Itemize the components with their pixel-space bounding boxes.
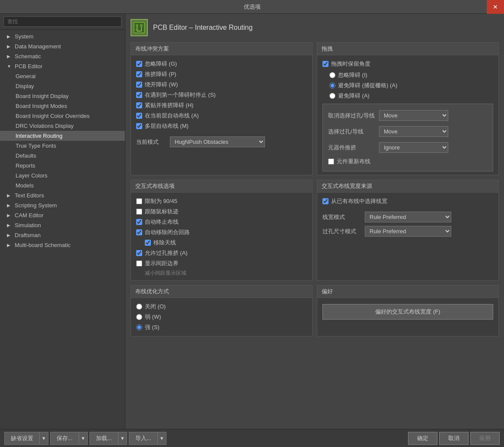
auto-route-multi-label[interactable]: 多层自动布线 (M) <box>145 122 188 130</box>
component-push-select[interactable]: Move Ignore Push <box>379 142 448 153</box>
load-dropdown[interactable]: ▾ <box>118 432 127 445</box>
sidebar-item-reports[interactable]: Reports <box>0 161 125 171</box>
check-auto-terminate: 自动终止布线 <box>136 217 307 227</box>
auto-route-multi-checkbox[interactable] <box>136 123 142 129</box>
sidebar-item-display[interactable]: Display <box>0 81 125 91</box>
sidebar-item-cam-editor[interactable]: ▶ CAM Editor <box>0 210 125 220</box>
sidebar-item-defaults[interactable]: Defaults <box>0 151 125 161</box>
retain-angle-checkbox[interactable] <box>322 61 329 67</box>
drag-ignore-radio[interactable] <box>329 72 335 78</box>
sidebar-item-pcb-editor[interactable]: ▼ PCB Editor <box>0 61 125 71</box>
save-dropdown[interactable]: ▾ <box>79 432 88 445</box>
check-ignore-obstacle: 忽略障碍 (G) <box>136 59 307 69</box>
hug-push-checkbox[interactable] <box>136 102 142 108</box>
sidebar-item-simulation[interactable]: ▶ Simulation <box>0 220 125 230</box>
remove-antenna-checkbox[interactable] <box>145 240 151 246</box>
sidebar-item-system[interactable]: ▶ System <box>0 32 125 41</box>
default-settings-dropdown[interactable]: ▾ <box>40 432 48 445</box>
opt-strong-label[interactable]: 强 (S) <box>145 323 159 331</box>
sidebar-item-board-insight-color-overrides[interactable]: Board Insight Color Overrides <box>0 111 125 121</box>
default-settings-button[interactable]: 缺省设置 <box>4 432 40 445</box>
sidebar-item-interactive-routing[interactable]: Interactive Routing <box>0 131 125 141</box>
drag-avoid-hug-radio[interactable] <box>329 82 335 89</box>
auto-route-cur-checkbox[interactable] <box>136 113 142 119</box>
ignore-obstacle-label[interactable]: 忽略障碍 (G) <box>145 60 177 68</box>
stop-first-label[interactable]: 在遇到第一个障碍时停止 (S) <box>145 91 216 99</box>
bottom-bar: 缺省设置 ▾ 保存... ▾ 加载... ▾ 导入... ▾ 确定 取消 应用 <box>0 429 504 447</box>
sidebar-item-board-insight-modes[interactable]: Board Insight Modes <box>0 101 125 111</box>
avoid-obstacle-checkbox[interactable] <box>136 82 142 88</box>
avoid-obstacle-label[interactable]: 绕开障碍 (W) <box>145 81 178 89</box>
show-clearance-checkbox[interactable] <box>136 260 142 266</box>
push-obstacle-checkbox[interactable] <box>136 71 142 77</box>
drag-ignore-label[interactable]: 忽略障碍 (I) <box>338 71 367 79</box>
sidebar-item-text-editors[interactable]: ▶ Text Editors <box>0 190 125 200</box>
remove-antenna-label[interactable]: 移除天线 <box>153 239 176 247</box>
show-clearance-label[interactable]: 显示间距边界 <box>145 260 179 267</box>
sidebar-item-label: Reports <box>16 162 35 169</box>
sidebar-item-general[interactable]: General <box>0 71 125 81</box>
allow-via-push-label[interactable]: 允许过孔推挤 (A) <box>145 249 188 257</box>
pick-from-existing-checkbox[interactable] <box>322 198 329 204</box>
auto-remove-loop-checkbox[interactable] <box>136 229 142 235</box>
save-button[interactable]: 保存... <box>50 432 79 445</box>
load-button[interactable]: 加载... <box>89 432 118 445</box>
drag-avoid-label[interactable]: 避免障碍 (A) <box>338 92 370 100</box>
component-reroute-checkbox[interactable] <box>328 159 334 165</box>
sidebar-item-multi-board-schematic[interactable]: ▶ Multi-board Schematic <box>0 240 125 250</box>
preference-button[interactable]: 偏好的交互式布线宽度 (F) <box>322 304 493 320</box>
hug-push-label[interactable]: 紧贴并推挤障碍 (H) <box>145 101 194 109</box>
sidebar-item-schematic[interactable]: ▶ Schematic <box>0 51 125 61</box>
apply-button[interactable]: 应用 <box>470 432 500 445</box>
deselect-select[interactable]: Move Ignore Push <box>379 110 448 121</box>
svg-rect-1 <box>136 24 138 27</box>
auto-terminate-checkbox[interactable] <box>136 219 142 225</box>
select-select[interactable]: Move Ignore Push <box>379 126 448 137</box>
confirm-button[interactable]: 确定 <box>408 432 437 445</box>
auto-route-cur-label[interactable]: 在当前层自动布线 (A) <box>145 112 199 120</box>
drag-radio-ignore: 忽略障碍 (I) <box>329 70 493 80</box>
drag-avoid-radio[interactable] <box>329 93 335 99</box>
search-input[interactable] <box>3 16 121 27</box>
arrow-icon: ▶ <box>7 34 12 39</box>
sidebar-item-data-management[interactable]: ▶ Data Management <box>0 41 125 51</box>
width-mode-select[interactable]: Rule Preferred User Choice Last Used <box>365 212 451 222</box>
follow-mouse-label[interactable]: 跟随鼠标轨迹 <box>145 208 179 216</box>
component-reroute-label[interactable]: 元件重新布线 <box>337 158 370 165</box>
opt-weak-radio[interactable] <box>136 314 142 320</box>
preference-panel: 偏好 偏好的交互式布线宽度 (F) <box>317 285 499 336</box>
close-button[interactable]: ✕ <box>487 0 504 14</box>
via-size-mode-select[interactable]: Rule Preferred User Choice Last Used <box>365 226 451 237</box>
sidebar-item-layer-colors[interactable]: Layer Colors <box>0 171 125 181</box>
opt-off-label[interactable]: 关闭 (O) <box>145 303 166 311</box>
sidebar-item-true-type-fonts[interactable]: True Type Fonts <box>0 141 125 151</box>
import-dropdown[interactable]: ▾ <box>158 432 166 445</box>
push-obstacle-label[interactable]: 推挤障碍 (P) <box>145 70 176 78</box>
stop-first-checkbox[interactable] <box>136 92 142 98</box>
auto-terminate-label[interactable]: 自动终止布线 <box>145 218 179 226</box>
allow-via-push-checkbox[interactable] <box>136 250 142 256</box>
sidebar-item-label: Defaults <box>16 152 36 159</box>
opt-off-radio[interactable] <box>136 304 142 310</box>
sidebar-item-drc-violations-display[interactable]: DRC Violations Display <box>0 121 125 131</box>
follow-mouse-checkbox[interactable] <box>136 209 142 215</box>
sidebar-item-label: Board Insight Modes <box>16 103 67 109</box>
check-limit-90-45: 限制为 90/45 <box>136 196 307 206</box>
drag-avoid-hug-label[interactable]: 避免障碍 (捕捉栅格) (A) <box>338 82 397 89</box>
limit-90-45-label[interactable]: 限制为 90/45 <box>145 197 177 205</box>
sidebar-item-models[interactable]: Models <box>0 181 125 190</box>
import-button[interactable]: 导入... <box>129 432 158 445</box>
cancel-button[interactable]: 取消 <box>439 432 469 445</box>
ignore-obstacle-checkbox[interactable] <box>136 61 142 67</box>
pick-from-existing-label[interactable]: 从已有布线中选择线宽 <box>331 197 387 205</box>
auto-remove-loop-label[interactable]: 自动移除闭合回路 <box>145 228 190 236</box>
limit-90-45-checkbox[interactable] <box>136 198 142 204</box>
opt-weak-label[interactable]: 弱 (W) <box>145 313 161 321</box>
retain-angle-label[interactable]: 拖拽时保留角度 <box>331 60 370 68</box>
sidebar-item-scripting-system[interactable]: ▶ Scripting System <box>0 200 125 210</box>
check-push-obstacle: 推挤障碍 (P) <box>136 69 307 79</box>
sidebar-item-board-insight-display[interactable]: Board Insight Display <box>0 91 125 101</box>
sidebar-item-draftsman[interactable]: ▶ Draftsman <box>0 230 125 240</box>
opt-strong-radio[interactable] <box>136 324 142 330</box>
mode-select[interactable]: HugNPush Obstacles Ignore Obstacles Push… <box>170 136 265 147</box>
